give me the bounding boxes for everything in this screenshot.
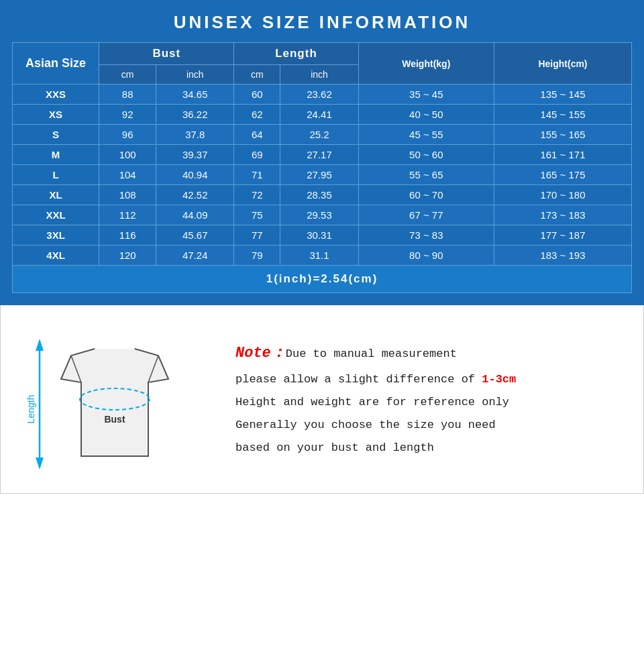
- table-row: S 96 37.8 64 25.2 45 ~ 55 155 ~ 165: [13, 125, 632, 145]
- table-row: 3XL 116 45.67 77 30.31 73 ~ 83 177 ~ 187: [13, 225, 632, 246]
- col-length-header: Length: [234, 43, 358, 65]
- cell-bust-cm: 116: [99, 225, 156, 246]
- cell-size: XXS: [13, 85, 99, 105]
- note-section: Note：Due to manual measurement please al…: [209, 339, 623, 460]
- cell-size: XL: [13, 185, 99, 205]
- cell-bust-cm: 108: [99, 185, 156, 205]
- col-height-header: Height(cm): [494, 43, 631, 85]
- cell-bust-inch: 36.22: [156, 105, 234, 125]
- cell-bust-inch: 39.37: [156, 145, 234, 165]
- cell-len-cm: 62: [234, 105, 280, 125]
- cell-size: S: [13, 125, 99, 145]
- col-bust-header: Bust: [99, 43, 234, 65]
- cell-len-cm: 79: [234, 246, 280, 266]
- cell-weight: 55 ~ 65: [358, 165, 494, 185]
- cell-height: 183 ~ 193: [494, 246, 631, 266]
- conversion-text: 1(inch)=2.54(cm): [13, 266, 632, 293]
- cell-height: 155 ~ 165: [494, 125, 631, 145]
- cell-bust-cm: 92: [99, 105, 156, 125]
- cell-len-cm: 69: [234, 145, 280, 165]
- table-row: XXS 88 34.65 60 23.62 35 ~ 45 135 ~ 145: [13, 85, 632, 105]
- table-row: 4XL 120 47.24 79 31.1 80 ~ 90 183 ~ 193: [13, 246, 632, 266]
- tshirt-diagram: Length Bust: [21, 319, 209, 480]
- cell-bust-inch: 45.67: [156, 225, 234, 246]
- svg-marker-2: [36, 457, 44, 470]
- cell-len-inch: 24.41: [280, 105, 358, 125]
- bust-inch-header: inch: [156, 65, 234, 85]
- cell-weight: 40 ~ 50: [358, 105, 494, 125]
- col-weight-header: Weight(kg): [358, 43, 494, 85]
- cell-len-cm: 77: [234, 225, 280, 246]
- cell-height: 173 ~ 183: [494, 205, 631, 225]
- cell-height: 135 ~ 145: [494, 85, 631, 105]
- cell-bust-inch: 42.52: [156, 185, 234, 205]
- page-title: UNISEX SIZE INFORMATION: [12, 12, 632, 33]
- cell-bust-cm: 112: [99, 205, 156, 225]
- conversion-row: 1(inch)=2.54(cm): [13, 266, 632, 293]
- table-row: M 100 39.37 69 27.17 50 ~ 60 161 ~ 171: [13, 145, 632, 165]
- cell-len-cm: 60: [234, 85, 280, 105]
- cell-weight: 67 ~ 77: [358, 205, 494, 225]
- cell-bust-cm: 88: [99, 85, 156, 105]
- cell-len-inch: 27.95: [280, 165, 358, 185]
- note-line1: Note：Due to manual measurement: [235, 339, 623, 368]
- cell-bust-inch: 44.09: [156, 205, 234, 225]
- cell-bust-inch: 37.8: [156, 125, 234, 145]
- cell-len-inch: 23.62: [280, 85, 358, 105]
- svg-text:Bust: Bust: [104, 414, 125, 425]
- cell-len-inch: 29.53: [280, 205, 358, 225]
- note-line3: Height and weight are for reference only: [235, 391, 623, 414]
- cell-len-cm: 71: [234, 165, 280, 185]
- cell-len-cm: 72: [234, 185, 280, 205]
- cell-weight: 73 ~ 83: [358, 225, 494, 246]
- cell-height: 177 ~ 187: [494, 225, 631, 246]
- cell-bust-inch: 34.65: [156, 85, 234, 105]
- cell-height: 170 ~ 180: [494, 185, 631, 205]
- cell-bust-cm: 96: [99, 125, 156, 145]
- note-line5: based on your bust and length: [235, 437, 623, 460]
- col-asian-header: Asian Size: [13, 43, 99, 85]
- note-highlight: 1-3cm: [482, 373, 516, 386]
- cell-bust-cm: 104: [99, 165, 156, 185]
- cell-height: 161 ~ 171: [494, 145, 631, 165]
- cell-bust-inch: 40.94: [156, 165, 234, 185]
- cell-bust-cm: 100: [99, 145, 156, 165]
- table-row: XXL 112 44.09 75 29.53 67 ~ 77 173 ~ 183: [13, 205, 632, 225]
- size-table: Asian Size Bust Length Weight(kg) Height…: [12, 42, 632, 293]
- len-inch-header: inch: [280, 65, 358, 85]
- cell-size: 4XL: [13, 246, 99, 266]
- cell-height: 165 ~ 175: [494, 165, 631, 185]
- cell-len-inch: 31.1: [280, 246, 358, 266]
- cell-bust-inch: 47.24: [156, 246, 234, 266]
- cell-size: 3XL: [13, 225, 99, 246]
- cell-len-cm: 75: [234, 205, 280, 225]
- bust-cm-header: cm: [99, 65, 156, 85]
- note-line2: please allow a slight difference of 1-3c…: [235, 368, 623, 391]
- cell-size: XS: [13, 105, 99, 125]
- cell-weight: 80 ~ 90: [358, 246, 494, 266]
- note-line4: Generally you choose the size you need: [235, 414, 623, 437]
- cell-weight: 35 ~ 45: [358, 85, 494, 105]
- note-text1: Due to manual measurement: [286, 347, 457, 360]
- table-section: UNISEX SIZE INFORMATION Asian Size Bust …: [0, 0, 644, 305]
- cell-weight: 50 ~ 60: [358, 145, 494, 165]
- table-row: L 104 40.94 71 27.95 55 ~ 65 165 ~ 175: [13, 165, 632, 185]
- cell-len-inch: 30.31: [280, 225, 358, 246]
- cell-len-inch: 28.35: [280, 185, 358, 205]
- table-row: XS 92 36.22 62 24.41 40 ~ 50 145 ~ 155: [13, 105, 632, 125]
- cell-bust-cm: 120: [99, 246, 156, 266]
- note-label: Note：: [235, 345, 286, 362]
- cell-height: 145 ~ 155: [494, 105, 631, 125]
- cell-len-inch: 25.2: [280, 125, 358, 145]
- cell-weight: 60 ~ 70: [358, 185, 494, 205]
- len-cm-header: cm: [234, 65, 280, 85]
- cell-size: L: [13, 165, 99, 185]
- svg-text:Length: Length: [25, 395, 36, 424]
- svg-marker-1: [36, 339, 44, 351]
- table-row: XL 108 42.52 72 28.35 60 ~ 70 170 ~ 180: [13, 185, 632, 205]
- cell-size: XXL: [13, 205, 99, 225]
- bottom-section: Length Bust Note：Due to manual measureme…: [0, 305, 644, 494]
- cell-len-cm: 64: [234, 125, 280, 145]
- cell-size: M: [13, 145, 99, 165]
- cell-weight: 45 ~ 55: [358, 125, 494, 145]
